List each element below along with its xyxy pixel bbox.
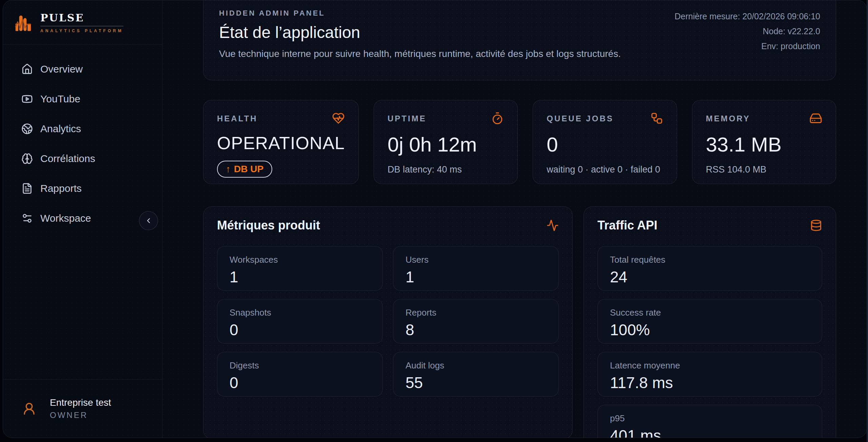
sidebar-spacer	[3, 233, 162, 379]
tile-value: 1	[406, 268, 546, 286]
workspace-name: Entreprise test	[50, 397, 111, 408]
page-header-card: HIDDEN ADMIN PANEL État de l’application…	[203, 0, 836, 80]
sidebar-item-label: Analytics	[40, 123, 81, 135]
heart-pulse-icon	[332, 112, 345, 125]
brain-icon	[21, 153, 33, 164]
tile-value: 0	[230, 321, 370, 339]
traffic-api-grid: Total requêtes 24 Success rate 100% Late…	[597, 246, 822, 438]
sidebar: PULSE ANALYTICS PLATFORM Overview YouTub…	[3, 0, 162, 438]
health-status-value: OPERATIONAL	[217, 133, 345, 153]
page-subtitle: Vue technique interne pour suivre health…	[219, 48, 621, 59]
card-label: MEMORY	[706, 114, 750, 123]
tile-label: Reports	[406, 307, 546, 318]
product-metrics-grid: Workspaces 1 Users 1 Snapshots 0 Reports…	[217, 246, 559, 397]
tile-label: p95	[610, 413, 810, 424]
app-window: PULSE ANALYTICS PLATFORM Overview YouTub…	[3, 0, 867, 438]
globe-icon	[21, 123, 33, 135]
memory-value: 33.1 MB	[706, 133, 822, 156]
detail-cards-row: Métriques produit Workspaces 1 Users 1 S…	[203, 206, 836, 438]
metric-tile-reports: Reports 8	[393, 299, 559, 344]
node-version: Node: v22.22.0	[675, 24, 820, 39]
user-icon	[22, 402, 36, 416]
tile-value: 0	[230, 374, 370, 392]
tile-label: Success rate	[610, 307, 810, 318]
card-label: UPTIME	[388, 114, 427, 123]
memory-card: MEMORY 33.1 MB RSS 104.0 MB	[692, 100, 836, 184]
tile-value: 401 ms	[610, 426, 810, 438]
logo-title: PULSE	[40, 12, 123, 26]
sidebar-item-overview[interactable]: Overview	[3, 54, 162, 84]
logo-subtitle: ANALYTICS PLATFORM	[40, 28, 123, 33]
metric-tile-snapshots: Snapshots 0	[217, 299, 383, 344]
sidebar-item-analytics[interactable]: Analytics	[3, 114, 162, 144]
traffic-tile-success-rate: Success rate 100%	[597, 299, 822, 344]
main-content: HIDDEN ADMIN PANEL État de l’application…	[162, 0, 867, 438]
db-up-badge: ↑DB UP	[217, 161, 272, 178]
traffic-tile-p95: p95 401 ms	[597, 405, 822, 438]
tile-value: 100%	[610, 321, 810, 339]
rss-memory: RSS 104.0 MB	[706, 164, 822, 175]
sidebar-item-workspace[interactable]: Workspace	[3, 203, 162, 233]
product-metrics-card: Métriques produit Workspaces 1 Users 1 S…	[203, 206, 573, 438]
health-card: HEALTH OPERATIONAL ↑DB UP	[203, 100, 359, 184]
eyebrow-label: HIDDEN ADMIN PANEL	[219, 9, 621, 18]
sidebar-item-correlations[interactable]: Corrélations	[3, 144, 162, 174]
queue-jobs-card: QUEUE JOBS 0 waiting 0 · active 0 · fail…	[533, 100, 677, 184]
tile-label: Users	[406, 255, 546, 265]
sidebar-item-label: Workspace	[40, 213, 91, 224]
sidebar-item-label: Rapports	[40, 183, 82, 194]
hard-drive-icon	[809, 112, 822, 125]
traffic-tile-avg-latency: Latence moyenne 117.8 ms	[597, 352, 822, 397]
tile-label: Snapshots	[230, 307, 370, 318]
environment: Env: production	[675, 39, 820, 54]
uptime-value: 0j 0h 12m	[388, 133, 504, 156]
sidebar-collapse-button[interactable]	[139, 211, 158, 230]
tile-label: Latence moyenne	[610, 360, 810, 371]
uptime-card: UPTIME 0j 0h 12m DB latency: 40 ms	[374, 100, 518, 184]
status-cards-row: HEALTH OPERATIONAL ↑DB UP UPTIME 0j 0h 1…	[203, 100, 836, 184]
timer-icon	[491, 112, 504, 125]
traffic-tile-total-requests: Total requêtes 24	[597, 246, 822, 291]
tile-value: 8	[406, 321, 546, 339]
card-label: HEALTH	[217, 114, 258, 123]
tile-value: 55	[406, 374, 546, 392]
queue-jobs-value: 0	[547, 133, 663, 156]
sidebar-nav: Overview YouTube Analytics Corrélations …	[3, 54, 162, 233]
card-label: QUEUE JOBS	[547, 114, 613, 123]
db-latency: DB latency: 40 ms	[388, 164, 504, 175]
database-icon	[810, 219, 822, 232]
page-title: État de l’application	[219, 23, 621, 42]
tile-label: Workspaces	[230, 255, 370, 265]
last-measure: Dernière mesure: 20/02/2026 09:06:10	[675, 9, 820, 24]
user-role-badge: OWNER	[50, 410, 111, 420]
tile-label: Digests	[230, 360, 370, 371]
activity-icon	[547, 219, 559, 232]
section-title: Métriques produit	[217, 218, 320, 233]
tile-label: Total requêtes	[610, 255, 810, 265]
youtube-icon	[21, 93, 33, 105]
sidebar-item-label: Corrélations	[40, 153, 95, 164]
scrollbar-track[interactable]	[867, 0, 868, 442]
metric-tile-workspaces: Workspaces 1	[217, 246, 383, 291]
header-meta: Dernière mesure: 20/02/2026 09:06:10 Nod…	[675, 9, 820, 66]
metric-tile-audit-logs: Audit logs 55	[393, 352, 559, 397]
metric-tile-users: Users 1	[393, 246, 559, 291]
sidebar-item-label: Overview	[40, 63, 83, 75]
home-icon	[21, 63, 33, 75]
chevron-left-icon	[144, 217, 153, 225]
workspace-user-chip[interactable]: Entreprise test OWNER	[3, 379, 162, 438]
logo: PULSE ANALYTICS PLATFORM	[3, 0, 162, 45]
tile-value: 117.8 ms	[610, 374, 810, 392]
section-title: Traffic API	[597, 218, 657, 233]
sidebar-item-label: YouTube	[40, 93, 80, 105]
queue-breakdown: waiting 0 · active 0 · failed 0	[547, 164, 663, 175]
sliders-icon	[21, 213, 33, 224]
tile-label: Audit logs	[406, 360, 546, 371]
tile-value: 24	[610, 268, 810, 286]
file-text-icon	[21, 183, 33, 194]
sidebar-item-youtube[interactable]: YouTube	[3, 84, 162, 114]
traffic-api-card: Traffic API Total requêtes 24 Success ra…	[584, 206, 836, 438]
sidebar-item-rapports[interactable]: Rapports	[3, 174, 162, 203]
tile-value: 1	[230, 268, 370, 286]
metric-tile-digests: Digests 0	[217, 352, 383, 397]
